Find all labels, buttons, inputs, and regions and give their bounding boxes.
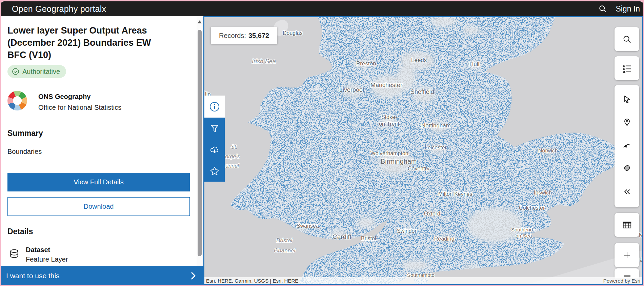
- records-count-box: Records: 35,672: [211, 27, 277, 44]
- org-subtitle: Office for National Statistics: [38, 104, 121, 111]
- basemap-tool-button[interactable]: [615, 162, 639, 176]
- filter-tool-button[interactable]: [204, 118, 225, 139]
- app-window: Open Geography portalx Sign In Lower lay…: [1, 1, 643, 285]
- map-label: Oxford: [424, 211, 440, 217]
- table-icon: [622, 220, 632, 230]
- map-label: Leeds: [411, 57, 427, 63]
- map-label: Swansea: [297, 223, 319, 229]
- summary-text: Boundaries: [7, 148, 42, 156]
- map-label: Reading: [434, 236, 455, 242]
- map-label: Swindon: [397, 228, 418, 234]
- panel-scrollbar-thumb[interactable]: [198, 30, 202, 256]
- zoom-in-button[interactable]: [615, 243, 639, 267]
- sketch-tool-button[interactable]: [615, 139, 639, 152]
- cta-label: I want to use this: [6, 272, 60, 280]
- map-label: Leicester: [425, 145, 447, 150]
- up-arrow-icon: [198, 20, 202, 23]
- map-label: Irish Sea: [252, 58, 276, 65]
- ons-logo: [7, 91, 27, 110]
- authoritative-badge: Authoritative: [7, 65, 66, 78]
- blob-shape-icon: [622, 164, 632, 173]
- org-name[interactable]: ONS Geography: [38, 93, 121, 101]
- cloud-download-icon: [209, 144, 220, 155]
- item-side-panel: Lower layer Super Output Areas (December…: [1, 16, 203, 285]
- search-icon[interactable]: [598, 4, 607, 14]
- bookmark-pin-button[interactable]: [615, 116, 639, 129]
- page-title: Lower layer Super Output Areas (December…: [7, 24, 160, 61]
- map-label: Sheffield: [410, 88, 434, 95]
- dataset-label: Dataset: [26, 246, 68, 254]
- map-label: Nottingham: [421, 122, 451, 129]
- database-icon: [9, 247, 20, 261]
- view-full-details-button[interactable]: View Full Details: [7, 173, 190, 191]
- check-circle-icon: [12, 68, 19, 75]
- info-icon: [209, 101, 220, 112]
- legend-icon: [622, 63, 632, 74]
- map-label: Birmingham: [381, 158, 417, 165]
- map-label: Channel: [274, 247, 296, 254]
- owner-row: ONS Geography Office for National Statis…: [7, 91, 121, 111]
- pointer-icon: [622, 95, 632, 104]
- squiggle-icon: [622, 141, 632, 150]
- records-value: 35,672: [248, 32, 269, 40]
- pin-icon: [622, 118, 632, 127]
- map-label: ge: [640, 256, 642, 262]
- layer-toolbar: [204, 96, 225, 182]
- map-label: Colchester: [519, 205, 545, 211]
- map-label: M: [639, 232, 642, 238]
- collapse-toolbar-button[interactable]: [615, 185, 639, 199]
- double-chevron-left-icon: [622, 187, 632, 197]
- details-heading: Details: [7, 227, 33, 236]
- chevron-right-icon: [189, 271, 197, 280]
- info-tool-button[interactable]: [204, 96, 225, 118]
- records-label: Records:: [219, 32, 246, 40]
- map-label: Liverpool: [339, 86, 364, 93]
- download-button[interactable]: Download: [7, 197, 190, 216]
- map-label: Cardiff: [333, 233, 351, 240]
- map-label: Bristol: [361, 236, 376, 241]
- summary-heading: Summary: [7, 129, 43, 138]
- map-label: Bristol: [276, 237, 293, 244]
- map-label: Southend-: [511, 227, 535, 232]
- download-tool-button[interactable]: [204, 139, 225, 160]
- minus-icon: [624, 275, 630, 277]
- map-label: St.: [231, 144, 238, 150]
- map-label: Milton Keynes: [438, 191, 472, 197]
- map-label: Coventry: [408, 166, 429, 171]
- scrollbar-up-button[interactable]: [197, 18, 203, 25]
- map-canvas[interactable]: DouglasIrish SealinPrestonLeedsHullManch…: [203, 16, 643, 285]
- map-label: Douglas: [283, 30, 303, 36]
- site-title: Open Geography portalx: [12, 4, 106, 14]
- map-search-button[interactable]: [615, 27, 639, 51]
- plus-icon: [623, 251, 631, 260]
- map-attribution-bar: Esri, HERE, Garmin, USGS | Esri, HERE Po…: [204, 277, 642, 284]
- map-label: Norwich: [538, 148, 558, 154]
- map-label: on-Sea: [516, 233, 532, 239]
- i-want-to-use-this-button[interactable]: I want to use this: [1, 266, 203, 285]
- search-icon: [622, 34, 632, 44]
- dataset-row: Dataset Feature Layer: [9, 246, 68, 263]
- map-label: Preston: [356, 60, 376, 67]
- attribution-text: Esri, HERE, Garmin, USGS | Esri, HERE: [206, 278, 298, 284]
- legend-button[interactable]: [615, 56, 639, 80]
- badge-label: Authoritative: [22, 68, 60, 76]
- sign-in-link[interactable]: Sign In: [616, 4, 640, 14]
- dataset-type: Feature Layer: [26, 256, 68, 263]
- map-tools-group: [615, 85, 639, 207]
- map-label: Stoke-: [381, 114, 397, 120]
- filter-icon: [209, 123, 220, 134]
- pointer-tool-button[interactable]: [615, 93, 639, 106]
- map-label: Wolverhampton: [370, 150, 408, 156]
- map-label: Manchester: [370, 82, 402, 88]
- map-label: Ipswich: [534, 190, 552, 196]
- powered-by-esri: Powered by Esri: [603, 278, 640, 284]
- basemap: DouglasIrish SealinPrestonLeedsHullManch…: [204, 17, 642, 284]
- favorite-tool-button[interactable]: [204, 160, 225, 182]
- map-label: Hull: [469, 61, 479, 67]
- star-icon: [209, 166, 220, 177]
- top-header: Open Geography portalx Sign In: [1, 1, 643, 16]
- map-label: on-Trent: [379, 121, 399, 127]
- attribute-table-button[interactable]: [615, 213, 639, 237]
